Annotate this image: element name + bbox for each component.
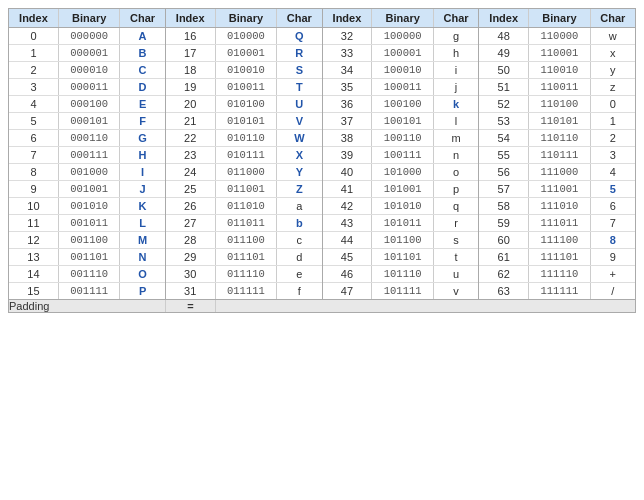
- cell-binary: 010101: [215, 113, 277, 130]
- cell-char: w: [590, 28, 635, 45]
- cell-index: 31: [166, 283, 215, 300]
- cell-binary: 000111: [58, 147, 120, 164]
- cell-char: 0: [590, 96, 635, 113]
- table-row: 551101113: [479, 147, 635, 164]
- cell-char: d: [277, 249, 322, 266]
- cell-index: 26: [166, 198, 215, 215]
- table-row: 63111111/: [479, 283, 635, 300]
- cell-binary: 110111: [529, 147, 591, 164]
- table-row: 43101011r: [323, 215, 479, 232]
- cell-char: N: [120, 249, 165, 266]
- cell-char: a: [277, 198, 322, 215]
- table-row: 2000010C: [9, 62, 165, 79]
- header-char-2: Char: [277, 9, 322, 28]
- cell-index: 47: [323, 283, 372, 300]
- cell-binary: 001001: [58, 181, 120, 198]
- cell-char: 1: [590, 113, 635, 130]
- cell-binary: 111001: [529, 181, 591, 198]
- cell-char: P: [120, 283, 165, 300]
- cell-binary: 100101: [372, 113, 434, 130]
- cell-binary: 000101: [58, 113, 120, 130]
- cell-binary: 100001: [372, 45, 434, 62]
- cell-char: b: [277, 215, 322, 232]
- table-row: 1000001B: [9, 45, 165, 62]
- cell-index: 2: [9, 62, 58, 79]
- section-3: Index Binary Char 32100000g33100001h3410…: [322, 9, 479, 300]
- section-2: Index Binary Char 16010000Q17010001R1801…: [165, 9, 322, 300]
- cell-binary: 111101: [529, 249, 591, 266]
- cell-char: t: [433, 249, 478, 266]
- cell-index: 23: [166, 147, 215, 164]
- header-binary-4: Binary: [529, 9, 591, 28]
- cell-index: 25: [166, 181, 215, 198]
- inner-table-3: Index Binary Char 32100000g33100001h3410…: [323, 9, 479, 299]
- cell-char: s: [433, 232, 478, 249]
- table-row: 34100010i: [323, 62, 479, 79]
- table-row: 27011011b: [166, 215, 322, 232]
- cell-char: e: [277, 266, 322, 283]
- cell-binary: 001100: [58, 232, 120, 249]
- cell-char: q: [433, 198, 478, 215]
- table-row: 9001001J: [9, 181, 165, 198]
- cell-binary: 010110: [215, 130, 277, 147]
- cell-char: f: [277, 283, 322, 300]
- footer-value: =: [166, 300, 216, 312]
- cell-char: C: [120, 62, 165, 79]
- cell-index: 45: [323, 249, 372, 266]
- cell-index: 21: [166, 113, 215, 130]
- header-binary-1: Binary: [58, 9, 120, 28]
- cell-binary: 010100: [215, 96, 277, 113]
- table-row: 4000100E: [9, 96, 165, 113]
- table-row: 16010000Q: [166, 28, 322, 45]
- cell-char: +: [590, 266, 635, 283]
- table-row: 49110001x: [479, 45, 635, 62]
- cell-char: D: [120, 79, 165, 96]
- cell-index: 15: [9, 283, 58, 300]
- cell-char: R: [277, 45, 322, 62]
- table-row: 13001101N: [9, 249, 165, 266]
- cell-char: 2: [590, 130, 635, 147]
- cell-binary: 100100: [372, 96, 434, 113]
- header-char-3: Char: [433, 9, 478, 28]
- cell-binary: 100011: [372, 79, 434, 96]
- cell-char: X: [277, 147, 322, 164]
- cell-binary: 000100: [58, 96, 120, 113]
- footer-empty: [216, 300, 635, 312]
- cell-binary: 110100: [529, 96, 591, 113]
- cell-binary: 001111: [58, 283, 120, 300]
- cell-binary: 000010: [58, 62, 120, 79]
- cell-binary: 100010: [372, 62, 434, 79]
- table-row: 24011000Y: [166, 164, 322, 181]
- cell-index: 3: [9, 79, 58, 96]
- table-row: 7000111H: [9, 147, 165, 164]
- cell-char: O: [120, 266, 165, 283]
- table-row: 521101000: [479, 96, 635, 113]
- cell-index: 7: [9, 147, 58, 164]
- cell-char: T: [277, 79, 322, 96]
- cell-index: 60: [479, 232, 528, 249]
- cell-binary: 101001: [372, 181, 434, 198]
- table-row: 50110010y: [479, 62, 635, 79]
- cell-char: 4: [590, 164, 635, 181]
- table-row: 531101011: [479, 113, 635, 130]
- cell-index: 56: [479, 164, 528, 181]
- table-row: 29011101d: [166, 249, 322, 266]
- table-row: 3000011D: [9, 79, 165, 96]
- cell-binary: 000001: [58, 45, 120, 62]
- table-row: 47101111v: [323, 283, 479, 300]
- cell-index: 42: [323, 198, 372, 215]
- cell-char: 9: [590, 249, 635, 266]
- cell-char: 3: [590, 147, 635, 164]
- cell-char: 8: [590, 232, 635, 249]
- cell-index: 35: [323, 79, 372, 96]
- cell-char: /: [590, 283, 635, 300]
- table-row: 15001111P: [9, 283, 165, 300]
- table-row: 571110015: [479, 181, 635, 198]
- cell-index: 1: [9, 45, 58, 62]
- cell-binary: 111011: [529, 215, 591, 232]
- cell-index: 43: [323, 215, 372, 232]
- cell-binary: 001010: [58, 198, 120, 215]
- cell-index: 8: [9, 164, 58, 181]
- header-index-1: Index: [9, 9, 58, 28]
- cell-binary: 011110: [215, 266, 277, 283]
